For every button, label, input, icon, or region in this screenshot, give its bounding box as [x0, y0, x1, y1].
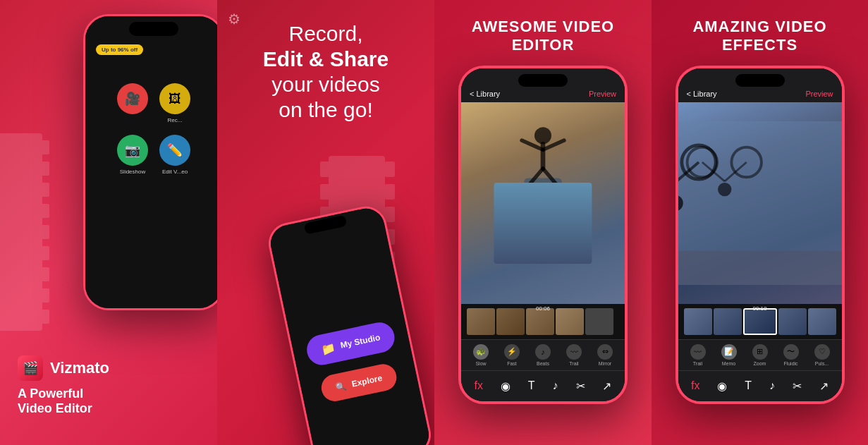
effect-icon-pulsate: ♡ — [814, 344, 830, 360]
timeline-thumb — [556, 308, 584, 335]
video-area-3 — [461, 102, 625, 304]
video-placeholder-4 — [678, 102, 842, 304]
svg-rect-11 — [41, 161, 49, 176]
fx-icon: fx — [474, 379, 482, 392]
fx-icon-2: fx — [691, 379, 699, 392]
svg-line-41 — [529, 169, 543, 185]
panel-1: Up to 96% off 🎥 🖼 Rec... 📷 Slideshow — [0, 0, 217, 445]
settings-icon: ⚙ — [228, 11, 240, 28]
svg-rect-28 — [385, 184, 395, 200]
effect-icon-trail: 〰 — [566, 344, 582, 360]
svg-rect-20 — [320, 161, 330, 177]
phone-mockup-3: < Library Preview — [458, 66, 628, 404]
explore-button: 🔍 Explore — [319, 361, 399, 403]
jumping-figure-svg — [477, 112, 609, 253]
effects-bar-4: 〰 Trail 📝 Memo ⊞ Zoom 〜 Fluidic ♡ Pul — [678, 339, 842, 370]
scissor-icon: ✂ — [576, 379, 585, 393]
timeline-thumb — [714, 308, 742, 335]
phone-notch-4 — [735, 74, 785, 87]
panel-3-title: AWESOME VIDEO EDITOR — [472, 18, 614, 55]
app-icon-slideshow: 📷 Slideshow — [117, 135, 148, 175]
phone-notch-3 — [518, 74, 568, 87]
effects-bar-3: 🐢 Slow ⚡ Fast ♪ Beats 〰 Trail ⇔ Mirro — [461, 339, 625, 370]
my-studio-button: 📁 My Studio — [304, 319, 397, 367]
music-icon-2: ♪ — [769, 379, 775, 392]
bike-svg — [678, 102, 842, 304]
svg-line-42 — [543, 169, 557, 185]
effect-item-fast: ⚡ Fast — [504, 344, 520, 366]
app-icon-photos: 🖼 Rec... — [159, 83, 190, 123]
effect-item-beats: ♪ Beats — [535, 344, 551, 366]
timeline-thumb — [778, 308, 807, 335]
svg-rect-0 — [0, 133, 42, 331]
timeline-thumb — [467, 308, 495, 335]
brand-logo-row: 🎬 Vizmato — [18, 355, 217, 381]
panel-3: AWESOME VIDEO EDITOR < Library Preview — [434, 0, 652, 445]
brand-tagline: A Powerful Video Editor — [18, 386, 217, 417]
promo-banner: Up to 96% off — [96, 44, 143, 55]
timeline-thumb — [684, 308, 712, 335]
svg-rect-29 — [385, 207, 395, 222]
svg-rect-56 — [678, 250, 842, 284]
effect-icon-fluidic: 〜 — [783, 344, 799, 360]
effect-item-zoom: ⊞ Zoom — [752, 344, 768, 366]
panel-4-title: AMAZING VIDEO EFFECTS — [692, 18, 826, 55]
app-icon-record: 🎥 — [117, 83, 148, 123]
bottom-toolbar-3: fx ◉ T ♪ ✂ ↗ — [461, 370, 625, 401]
svg-rect-18 — [41, 310, 49, 324]
effect-item-mirror: ⇔ Mirror — [597, 344, 613, 366]
timeline-3: 00:06 — [461, 304, 625, 339]
effect-item-trail: 〰 Trail — [566, 344, 582, 366]
phone-screen-3: < Library Preview — [461, 68, 625, 401]
effect-item-fluidic: 〜 Fluidic — [783, 344, 799, 366]
effect-item-memo: 📝 Memo — [721, 344, 737, 366]
svg-rect-12 — [41, 183, 49, 197]
bottom-toolbar-4: fx ◉ T ♪ ✂ ↗ — [678, 370, 842, 401]
share-icon-2: ↗ — [819, 379, 829, 393]
effect-item-trail: 〰 Trail — [690, 344, 706, 366]
panel-2: ⚙ Record, Edit & Share your videos on th… — [217, 0, 434, 445]
music-icon: ♪ — [553, 379, 558, 392]
app-icon-edit: ✏️ Edit V...eo — [159, 135, 190, 175]
svg-rect-14 — [41, 225, 49, 239]
svg-rect-36 — [496, 183, 589, 253]
video-placeholder-3 — [461, 102, 625, 304]
video-area-4 — [678, 102, 842, 304]
timeline-thumb — [526, 308, 554, 335]
svg-rect-16 — [41, 267, 49, 281]
effect-icon-memo: 📝 — [721, 344, 737, 360]
phone-screen-4: < Library Preview — [678, 68, 842, 401]
effect-icon-trail-2: 〰 — [690, 344, 706, 360]
phone-mockup-1: Up to 96% off 🎥 🖼 Rec... 📷 Slideshow — [83, 14, 217, 310]
svg-rect-15 — [41, 246, 49, 260]
svg-rect-17 — [41, 288, 49, 303]
share-icon: ↗ — [602, 379, 611, 393]
brand-section: 🎬 Vizmato A Powerful Video Editor — [0, 355, 217, 417]
effect-icon-mirror: ⇔ — [597, 344, 613, 360]
svg-rect-10 — [41, 140, 49, 154]
timeline-thumb — [743, 308, 777, 335]
effect-icon-fast: ⚡ — [504, 344, 520, 360]
svg-point-34 — [515, 235, 571, 254]
timeline-thumb — [496, 308, 525, 335]
effect-icon-zoom: ⊞ — [752, 344, 768, 360]
svg-point-37 — [534, 127, 551, 144]
effect-icon-slow: 🐢 — [473, 344, 489, 360]
timeline-4: 00:18 — [678, 304, 842, 339]
filter-icon: ◉ — [501, 379, 511, 393]
svg-rect-13 — [41, 204, 49, 218]
svg-rect-35 — [524, 178, 561, 234]
effect-item-slow: 🐢 Slow — [473, 344, 489, 366]
timeline-thumb — [585, 308, 613, 335]
brand-name: Vizmato — [50, 359, 109, 377]
svg-rect-21 — [320, 184, 330, 200]
phone-mockup-4: < Library Preview — [676, 66, 845, 404]
scissor-icon-2: ✂ — [793, 379, 802, 393]
svg-point-55 — [718, 183, 731, 196]
effect-item-pulsate: ♡ Puls... — [814, 344, 830, 366]
panel-4: AMAZING VIDEO EFFECTS < Library Preview — [652, 0, 868, 445]
panel-2-headline: Record, Edit & Share your videos on the … — [263, 21, 389, 123]
brand-icon: 🎬 — [18, 355, 43, 381]
text-icon-2: T — [745, 379, 752, 392]
phone-notch — [129, 22, 178, 36]
